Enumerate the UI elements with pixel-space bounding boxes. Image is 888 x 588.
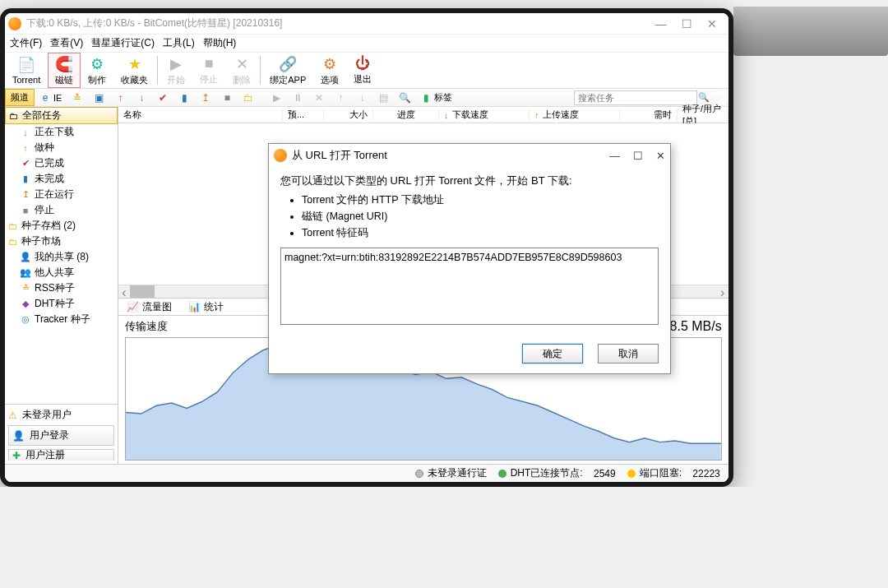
btn-play-sm[interactable]: ▶ xyxy=(266,89,287,106)
dialog-cancel-button[interactable]: 取消 xyxy=(598,344,659,363)
btn-search-sm[interactable]: 🔍 xyxy=(394,89,415,106)
col-size[interactable]: 大小 xyxy=(324,109,373,121)
col-name[interactable]: 名称 xyxy=(118,109,283,121)
task-list-header: 名称 预... 大小 进度 ↓下载速度 ↑上传速度 需时 种子/用户 [总] xyxy=(118,107,728,123)
col-eta[interactable]: 需时 xyxy=(620,109,678,121)
tree-incomplete[interactable]: ▮未完成 xyxy=(5,171,118,187)
toolbar-delete-label: 删除 xyxy=(233,74,251,86)
tab-flowchart[interactable]: 📈流量图 xyxy=(118,299,180,316)
search-input[interactable] xyxy=(575,93,695,103)
toolbar-options-button[interactable]: ⚙选项 xyxy=(313,53,346,88)
toolbar-magnet-button[interactable]: 🧲磁链 xyxy=(48,53,81,88)
btn-down2[interactable]: ↓ xyxy=(351,89,372,106)
move-up-icon: ↑ xyxy=(335,92,346,104)
col-dlspeed[interactable]: ↓下载速度 xyxy=(439,109,530,121)
dialog-url-input[interactable] xyxy=(280,248,659,325)
play-small-icon: ▶ xyxy=(271,92,282,104)
btn-nav[interactable]: ▣ xyxy=(88,89,109,106)
dialog-close-button[interactable]: ✕ xyxy=(656,150,665,162)
toolbar-torrent-label: Torrent xyxy=(12,75,40,85)
tree-market[interactable]: 🗀种子市场 xyxy=(5,234,118,249)
btn-blue[interactable]: ▮ xyxy=(173,89,195,106)
app-icon xyxy=(8,17,21,30)
speed-value: 8.5 MB/s xyxy=(670,319,722,334)
toolbar-torrent-button[interactable]: 📄Torrent xyxy=(5,53,48,88)
login-section: ⚠未登录用户 👤用户登录 ✚用户注册 xyxy=(5,404,118,464)
window-minimize-button[interactable]: — xyxy=(655,17,667,30)
search-icon[interactable]: 🔍 xyxy=(695,92,713,103)
delete-icon: ✕ xyxy=(233,55,251,73)
people-icon: 👥 xyxy=(20,267,31,279)
tag-dropdown[interactable]: ▮标签 xyxy=(415,89,457,106)
tab-channel[interactable]: 频道 xyxy=(5,89,35,106)
tree-rss-label: RSS种子 xyxy=(35,281,75,295)
rss-icon: ≛ xyxy=(72,92,83,104)
tree-dht[interactable]: ◆DHT种子 xyxy=(5,296,118,312)
arrow-up-icon: ↑ xyxy=(20,142,31,154)
tree-completed[interactable]: ✔已完成 xyxy=(5,155,118,171)
market-icon: 🗀 xyxy=(7,236,18,248)
toolbar-make-button[interactable]: ⚙制作 xyxy=(81,53,113,88)
window-maximize-button[interactable]: ☐ xyxy=(682,17,692,30)
dialog-minimize-button[interactable]: — xyxy=(609,150,620,162)
tree-othershare[interactable]: 👥他人共享 xyxy=(5,265,118,280)
tree-running[interactable]: ↥正在运行 xyxy=(5,187,118,202)
menu-passport[interactable]: 彗星通行证(C) xyxy=(91,36,155,50)
window-close-button[interactable]: ✕ xyxy=(707,17,717,30)
tree-tracker[interactable]: ◎Tracker 种子 xyxy=(5,312,118,327)
status-port[interactable]: 端口阻塞: 22223 xyxy=(627,466,720,480)
status-passport[interactable]: 未登录通行证 xyxy=(415,466,487,480)
btn-up2[interactable]: ↑ xyxy=(330,89,351,106)
col-preview[interactable]: 预... xyxy=(283,109,324,121)
tree-all-tasks[interactable]: 🗀全部任务 xyxy=(5,107,118,124)
login-status-label: 未登录用户 xyxy=(22,408,72,422)
toolbar-stop-button[interactable]: ■停止 xyxy=(192,53,225,88)
tree-stopped[interactable]: ■停止 xyxy=(5,202,118,218)
dialog-maximize-button[interactable]: ☐ xyxy=(633,150,643,162)
play-icon: ▶ xyxy=(167,55,185,73)
tree-seeding[interactable]: ↑做种 xyxy=(5,140,118,155)
btn-del-sm[interactable]: ✕ xyxy=(308,89,330,106)
menu-file[interactable]: 文件(F) xyxy=(10,36,42,50)
tree-downloading[interactable]: ↓正在下载 xyxy=(5,124,118,140)
btn-down[interactable]: ↓ xyxy=(131,89,152,106)
tab-ie[interactable]: eIE xyxy=(35,89,67,106)
login-button[interactable]: 👤用户登录 xyxy=(8,425,114,446)
btn-stop2[interactable]: ■ xyxy=(216,89,238,106)
toolbar-exit-button[interactable]: ⏻退出 xyxy=(346,53,379,88)
toolbar-options-label: 选项 xyxy=(321,74,339,86)
tree-seeding-label: 做种 xyxy=(35,141,54,155)
tree-othershare-label: 他人共享 xyxy=(35,266,74,280)
btn-folder[interactable]: 🗀 xyxy=(238,89,259,106)
dialog-ok-button[interactable]: 确定 xyxy=(522,344,583,363)
flag-icon: ▮ xyxy=(20,174,31,185)
dialog-bullet-2: 磁链 (Magnet URI) xyxy=(302,208,659,225)
menu-view[interactable]: 查看(V) xyxy=(50,36,83,50)
btn-pause-sm[interactable]: ⏸ xyxy=(287,89,308,106)
tree-myshare[interactable]: 👤我的共享 (8) xyxy=(5,249,118,265)
col-progress[interactable]: 进度 xyxy=(373,109,439,121)
tree-rss[interactable]: ≛RSS种子 xyxy=(5,280,118,296)
tree-stopped-label: 停止 xyxy=(35,203,54,217)
browser-icon: ▣ xyxy=(93,92,104,104)
tree-downloading-label: 正在下载 xyxy=(35,125,74,139)
tab-rss[interactable]: ≛ xyxy=(67,89,88,106)
tab-stats[interactable]: 📊统计 xyxy=(180,299,232,316)
toolbar-start-button[interactable]: ▶开始 xyxy=(160,53,192,88)
status-dht[interactable]: DHT已连接节点: 2549 xyxy=(498,466,616,480)
toolbar-favorites-button[interactable]: ★收藏夹 xyxy=(113,53,155,88)
toolbar-delete-button[interactable]: ✕删除 xyxy=(225,53,258,88)
btn-check[interactable]: ✔ xyxy=(152,89,173,106)
register-button[interactable]: ✚用户注册 xyxy=(8,449,114,461)
delete-small-icon: ✕ xyxy=(313,92,325,104)
stats-icon: 📊 xyxy=(188,301,201,313)
tree-archive[interactable]: 🗀种子存档 (2) xyxy=(5,218,118,234)
btn-outbox[interactable]: ↥ xyxy=(195,89,216,106)
btn-view[interactable]: ▤ xyxy=(372,89,394,106)
btn-up[interactable]: ↑ xyxy=(109,89,131,106)
toolbar-bindapp-button[interactable]: 🔗绑定APP xyxy=(262,53,313,88)
tree-dht-label: DHT种子 xyxy=(35,297,75,311)
menu-tools[interactable]: 工具(L) xyxy=(163,36,195,50)
col-ulspeed[interactable]: ↑上传速度 xyxy=(530,109,620,121)
menu-help[interactable]: 帮助(H) xyxy=(203,36,237,50)
